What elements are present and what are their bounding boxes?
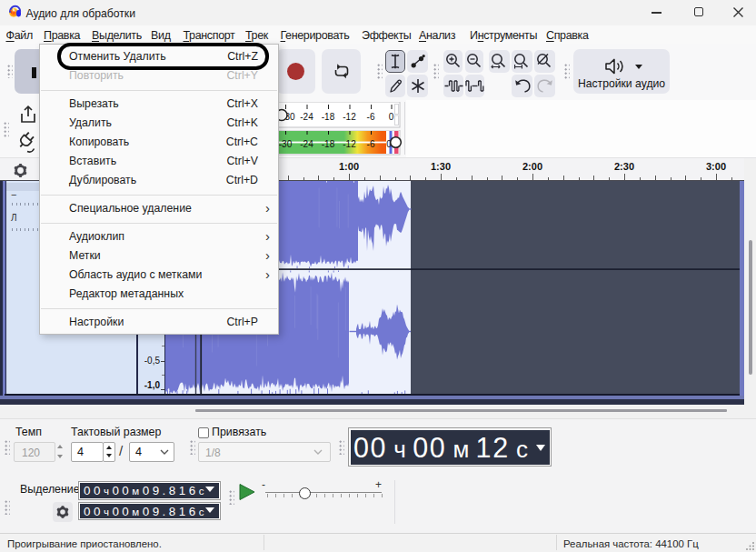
svg-text:-24: -24 (300, 139, 313, 149)
svg-text:-24: -24 (300, 112, 313, 122)
svg-text:-12: -12 (343, 139, 356, 149)
svg-text:-18: -18 (322, 139, 335, 149)
svg-text:-30: -30 (279, 139, 293, 149)
svg-text:-6: -6 (367, 112, 375, 122)
svg-text:0: 0 (389, 112, 394, 122)
svg-text:-18: -18 (322, 112, 335, 122)
svg-text:-12: -12 (343, 112, 356, 122)
svg-text:-6: -6 (367, 139, 375, 149)
